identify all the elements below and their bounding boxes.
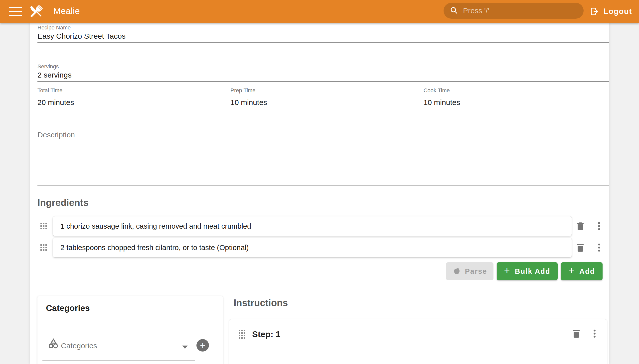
mealie-logo-icon[interactable] — [28, 4, 44, 20]
total-time-label: Total Time — [38, 87, 62, 94]
trash-icon — [575, 221, 586, 231]
add-label: Add — [579, 267, 595, 276]
cook-time-field: Cook Time — [423, 87, 609, 109]
categories-heading: Categories — [46, 303, 90, 313]
logout-icon — [590, 6, 599, 16]
menu-icon[interactable] — [9, 6, 23, 17]
plus-icon: + — [569, 266, 575, 276]
parse-button[interactable]: Parse — [446, 262, 494, 280]
prep-time-input[interactable] — [230, 98, 416, 107]
description-textarea[interactable] — [38, 140, 609, 185]
instructions-heading: Instructions — [234, 298, 288, 308]
ingredients-heading: Ingredients — [38, 198, 89, 208]
instruction-step-card: Step: 1 Combine crumbled chorizo and chi… — [229, 319, 607, 364]
categories-select-label: Categories — [61, 342, 97, 350]
ingredient-menu-button[interactable] — [593, 220, 605, 232]
app-title: Mealie — [53, 6, 80, 16]
servings-field: Servings — [38, 63, 609, 82]
divider — [42, 320, 216, 320]
category-shapes-icon — [48, 338, 59, 349]
recipe-name-input[interactable] — [38, 32, 609, 40]
search-icon — [450, 6, 459, 16]
logout-button[interactable]: Logout — [590, 0, 632, 23]
trash-icon — [575, 242, 586, 253]
mealie-recipe-editor: Mealie Logout Recipe Name Servings — [0, 0, 639, 364]
chevron-down-icon — [182, 346, 188, 349]
drag-handle-icon[interactable] — [41, 223, 47, 229]
ingredient-actions: Parse + Bulk Add + Add — [30, 262, 602, 280]
ingredient-menu-button[interactable] — [593, 242, 605, 253]
categories-card: Categories Categories + — [38, 296, 223, 364]
cook-time-input[interactable] — [423, 98, 609, 107]
ingredient-row — [30, 216, 609, 236]
drag-handle-icon[interactable] — [239, 330, 245, 339]
step-menu-button[interactable] — [589, 328, 600, 339]
ingredient-input[interactable] — [53, 238, 572, 257]
add-button[interactable]: + Add — [561, 262, 602, 280]
bulk-add-button[interactable]: + Bulk Add — [497, 262, 558, 280]
ingredient-input[interactable] — [53, 216, 572, 236]
delete-ingredient-button[interactable] — [575, 220, 586, 232]
recipe-name-field: Recipe Name — [38, 24, 609, 43]
logout-label: Logout — [603, 7, 632, 16]
app-bar: Mealie Logout — [0, 0, 639, 23]
search-bar — [444, 3, 584, 19]
servings-input[interactable] — [38, 71, 609, 79]
delete-ingredient-button[interactable] — [575, 242, 586, 253]
add-category-button[interactable]: + — [196, 339, 209, 352]
servings-label: Servings — [38, 63, 59, 70]
ingredient-row — [30, 238, 609, 257]
total-time-input[interactable] — [38, 98, 223, 107]
recipe-name-label: Recipe Name — [38, 24, 71, 31]
cook-time-label: Cook Time — [423, 87, 450, 94]
description-field: Description — [38, 128, 609, 186]
trash-icon — [571, 328, 582, 339]
delete-step-button[interactable] — [571, 328, 582, 339]
search-input[interactable] — [463, 3, 584, 19]
prep-time-field: Prep Time — [230, 87, 416, 109]
categories-select[interactable]: Categories — [43, 336, 195, 361]
ingredient-card — [53, 216, 572, 236]
plus-icon: + — [504, 266, 510, 276]
time-fields-row: Total Time Prep Time Cook Time — [38, 87, 609, 109]
step-title: Step: 1 — [252, 329, 280, 339]
parse-label: Parse — [465, 267, 487, 276]
apple-icon — [452, 267, 461, 276]
prep-time-label: Prep Time — [230, 87, 255, 94]
ingredient-card — [53, 238, 572, 257]
kebab-icon — [594, 221, 604, 231]
recipe-form: Recipe Name Servings Total Time Prep Tim… — [30, 23, 609, 364]
description-label: Description — [38, 131, 75, 139]
kebab-icon — [594, 242, 604, 253]
drag-handle-icon[interactable] — [41, 244, 47, 251]
total-time-field: Total Time — [38, 87, 223, 109]
bulk-add-label: Bulk Add — [515, 267, 550, 276]
kebab-icon — [589, 328, 600, 339]
